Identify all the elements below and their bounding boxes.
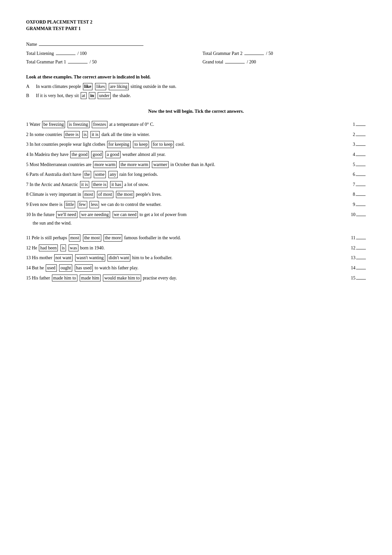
question-row-7: 7 In the Arctic and Antarctic it is ther… (26, 181, 366, 188)
question-text-13: 13 His mother not want wasn't wanting di… (26, 254, 344, 261)
score-value-grammar-part2: / 50 (266, 51, 273, 56)
q10-continuation: the sun and the wind. (26, 221, 366, 226)
question-row-10: 10 In the future we'll need we are needi… (26, 211, 366, 218)
q11-option2: the most (83, 234, 101, 242)
form-section: Name Total Listening / 100 Total Grammar… (26, 41, 366, 65)
question-row-8: 8 Climate is very important in most of m… (26, 191, 366, 198)
question-row-12: 12 He had been is was born in 1940. 12 (26, 244, 366, 252)
q15-option1: made him to (52, 275, 77, 282)
example-letter-b: B (26, 93, 33, 98)
q7-option1: it is (80, 181, 90, 188)
question-number-5: 5 (346, 161, 366, 167)
answer-blank-10 (356, 211, 366, 216)
answer-blank-15 (356, 274, 366, 279)
name-row: Name (26, 41, 366, 47)
q14-option3: has used (75, 264, 93, 272)
title-line2: GRAMMAR TEST PART 1 (26, 26, 366, 31)
score-row-grammar-part2: Total Grammar Part 2 / 50 (203, 50, 366, 56)
test-instruction: Now the test will begin. Tick the correc… (26, 109, 366, 114)
q14-option2: ought (59, 264, 72, 272)
q9-option1: little (64, 201, 75, 208)
answer-blank-14 (356, 264, 366, 269)
question-text-6: 6 Parts of Australia don't have the some… (26, 171, 346, 178)
q3-option2: to keep (133, 141, 149, 148)
score-value-grand-total: / 200 (247, 59, 256, 65)
question-row-11: 11 Pele is still perhaps most the most t… (26, 234, 366, 242)
q11-option3: the more (104, 234, 122, 242)
q7-option3: it has (110, 181, 122, 188)
q15-option2: made him (80, 275, 101, 282)
q5-option2: the more warm (119, 161, 150, 168)
question-text-14: 14 But he used ought has used to watch h… (26, 264, 344, 272)
answer-blank-9 (356, 201, 366, 206)
question-number-2: 2 (346, 131, 366, 137)
question-text-11: 11 Pele is still perhaps most the most t… (26, 234, 345, 242)
question-text-15: 15 His father made him to made him would… (26, 275, 344, 282)
question-text-10: 10 In the future we'll need we are needi… (26, 211, 344, 218)
score-label-listening: Total Listening (26, 51, 54, 56)
q3-option3: for to keep (152, 141, 174, 148)
page-container: OXFORD PLACEMENT TEST 2 GRAMMAR TEST PAR… (26, 20, 366, 281)
q8-option3: the most (116, 191, 134, 198)
question-number-7: 7 (346, 181, 366, 187)
instructions-section: Look at these examples. The correct answ… (26, 75, 366, 99)
question-row-5: 5 Most Mediterranean countries are more … (26, 161, 366, 168)
question-row-13: 13 His mother not want wasn't wanting di… (26, 254, 366, 261)
answer-blank-8 (356, 191, 366, 196)
answer-blank-2 (356, 131, 366, 136)
q4-option2: good (91, 151, 103, 158)
question-number-12: 12 (344, 244, 366, 251)
q5-option1: more warm (93, 161, 117, 168)
question-number-11: 11 (345, 234, 366, 241)
answer-blank-11 (356, 234, 366, 239)
score-blank-grammar-part1 (68, 58, 88, 63)
example-b-text: If it is very hot, they sit at in under … (36, 92, 131, 99)
score-row-grand-total: Grand total / 200 (203, 58, 366, 65)
q13-option1: not want (54, 254, 73, 261)
q2-option3: it is (90, 131, 100, 138)
option-likes: likes (95, 83, 106, 90)
question-row-4: 4 In Madeira they have the good good a g… (26, 151, 366, 158)
name-label: Name (26, 42, 37, 47)
question-number-9: 9 (346, 201, 366, 207)
score-row-grammar-part1: Total Grammar Part 1 / 50 (26, 58, 189, 65)
q6-option2: some (94, 171, 106, 178)
q12-option2: is (60, 244, 66, 252)
name-input-line (39, 41, 143, 46)
q8-option2: of most (97, 191, 113, 198)
answer-blank-7 (356, 181, 366, 186)
q9-option3: less (90, 201, 99, 208)
answer-blank-5 (356, 161, 366, 166)
question-number-13: 13 (344, 254, 366, 261)
option-under: under (98, 92, 111, 99)
score-value-grammar-part1: / 50 (90, 59, 96, 65)
q14-option1: used (46, 264, 57, 272)
example-row-a: A In warm climates people like likes are… (26, 83, 366, 90)
question-text-9: 9 Even now there is little few less we c… (26, 201, 346, 208)
score-row-listening: Total Listening / 100 (26, 50, 189, 56)
q11-option1: most (69, 234, 80, 242)
question-number-6: 6 (346, 171, 366, 177)
questions-section-2: 11 Pele is still perhaps most the most t… (26, 234, 366, 281)
score-label-grand-total: Grand total (203, 59, 223, 65)
q13-option3: didn't want (107, 254, 130, 261)
q7-option2: there is (92, 181, 108, 188)
question-row-2: 2 In some countries there is is it is da… (26, 131, 366, 138)
scores-grid: Total Listening / 100 Total Grammar Part… (26, 50, 366, 65)
q6-option3: any (108, 171, 118, 178)
question-number-14: 14 (344, 264, 366, 271)
question-row-6: 6 Parts of Australia don't have the some… (26, 171, 366, 178)
q3-option1: for keeping (107, 141, 131, 148)
example-letter-a: A (26, 84, 33, 89)
questions-section-1: 1 Water be freezing is freezing freezes … (26, 121, 366, 226)
q2-option1: there is (64, 131, 80, 138)
answer-blank-4 (356, 151, 366, 156)
score-blank-grand-total (225, 58, 245, 63)
q13-option2: wasn't wanting (75, 254, 105, 261)
q4-option1: the good (70, 151, 89, 158)
question-number-4: 4 (346, 151, 366, 157)
answer-blank-13 (356, 254, 366, 259)
example-row-b: B If it is very hot, they sit at in unde… (26, 92, 366, 99)
example-a-text: In warm climates people like likes are l… (36, 83, 176, 90)
q12-option3: was (69, 244, 78, 252)
